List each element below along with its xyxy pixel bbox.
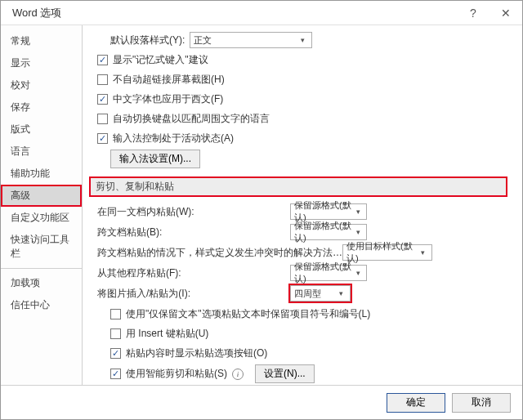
sidebar-item-language[interactable]: 语言 — [1, 141, 82, 163]
smart-cut-label: 使用智能剪切和粘贴(S) — [126, 367, 227, 381]
paste-other-prog-combo[interactable]: 保留源格式(默认)▾ — [290, 265, 367, 281]
ime-settings-button[interactable]: 输入法设置(M)... — [110, 150, 200, 168]
sidebar-item-save[interactable]: 保存 — [1, 96, 82, 118]
sidebar-item-general[interactable]: 常规 — [1, 30, 82, 52]
show-autocomplete-checkbox[interactable] — [97, 55, 108, 65]
dialog-title: Word 选项 — [12, 6, 61, 20]
info-icon[interactable]: i — [232, 369, 244, 380]
chevron-down-icon: ▾ — [418, 248, 428, 257]
auto-keyboard-label: 自动切换键盘以匹配周围文字的语言 — [113, 112, 270, 126]
chevron-down-icon: ▾ — [353, 228, 363, 236]
chevron-down-icon: ▾ — [353, 208, 363, 216]
sidebar-item-advanced[interactable]: 高级 — [1, 185, 82, 207]
insert-picture-combo[interactable]: 四周型▾ — [290, 285, 351, 302]
insert-picture-label: 将图片插入/粘贴为(I): — [97, 287, 290, 301]
insert-key-label: 用 Insert 键粘贴(U) — [126, 327, 208, 341]
paste-cross-doc-combo[interactable]: 保留源格式(默认)▾ — [290, 224, 367, 240]
help-button[interactable]: ? — [457, 1, 489, 25]
section-cut-copy-paste: 剪切、复制和粘贴 — [89, 176, 507, 197]
keep-bullets-label: 使用"仅保留文本"选项粘贴文本时保留项目符号和编号(L) — [126, 307, 370, 321]
titlebar: Word 选项 ? ✕ — [1, 1, 522, 25]
chevron-down-icon: ▾ — [335, 289, 346, 297]
sidebar: 常规 显示 校对 保存 版式 语言 辅助功能 高级 自定义功能区 快速访问工具栏… — [1, 25, 83, 385]
paste-same-doc-combo[interactable]: 保留源格式(默认)▾ — [290, 203, 367, 220]
show-paste-options-checkbox[interactable] — [110, 348, 121, 359]
chevron-down-icon: ▾ — [297, 36, 308, 44]
sidebar-item-trust-center[interactable]: 信任中心 — [1, 294, 82, 316]
sidebar-item-quick-access[interactable]: 快速访问工具栏 — [1, 229, 82, 265]
sidebar-item-display[interactable]: 显示 — [1, 52, 82, 74]
sidebar-item-addins[interactable]: 加载项 — [1, 272, 82, 294]
show-autocomplete-label: 显示"记忆式键入"建议 — [113, 53, 208, 67]
default-paragraph-label: 默认段落样式(Y): — [110, 34, 185, 47]
insert-key-checkbox[interactable] — [110, 328, 121, 339]
keep-bullets-checkbox[interactable] — [110, 309, 121, 319]
default-paragraph-combo[interactable]: 正文▾ — [190, 32, 312, 48]
auto-keyboard-checkbox[interactable] — [97, 114, 108, 124]
chinese-font-checkbox[interactable] — [97, 94, 108, 105]
ok-button[interactable]: 确定 — [387, 393, 445, 413]
sidebar-item-layout[interactable]: 版式 — [1, 118, 82, 141]
paste-conflict-combo[interactable]: 使用目标样式(默认)▾ — [342, 244, 432, 261]
paste-same-doc-label: 在同一文档内粘贴(W): — [97, 205, 290, 219]
chevron-down-icon: ▾ — [353, 269, 363, 277]
sidebar-item-accessibility[interactable]: 辅助功能 — [1, 163, 82, 185]
sidebar-item-proofing[interactable]: 校对 — [1, 74, 82, 96]
close-button[interactable]: ✕ — [489, 1, 522, 25]
ime-control-label: 输入法控制处于活动状态(A) — [113, 132, 234, 145]
paste-cross-doc-label: 跨文档粘贴(B): — [97, 226, 290, 239]
show-paste-options-label: 粘贴内容时显示粘贴选项按钮(O) — [126, 346, 267, 360]
no-auto-hyperlink-checkbox[interactable] — [97, 74, 108, 85]
smart-cut-settings-button[interactable]: 设置(N)... — [255, 364, 315, 383]
paste-other-prog-label: 从其他程序粘贴(F): — [97, 266, 290, 280]
chinese-font-label: 中文字体也应用于西文(F) — [113, 92, 223, 106]
cancel-button[interactable]: 取消 — [452, 393, 511, 413]
smart-cut-checkbox[interactable] — [110, 369, 121, 379]
sidebar-item-customize-ribbon[interactable]: 自定义功能区 — [1, 207, 82, 229]
ime-control-checkbox[interactable] — [97, 133, 108, 144]
dialog-footer: 确定 取消 — [1, 385, 522, 419]
no-auto-hyperlink-label: 不自动超链接屏幕截图(H) — [113, 73, 225, 87]
paste-conflict-label: 跨文档粘贴的情况下，样式定义发生冲突时的解决方法(E): — [97, 246, 342, 260]
